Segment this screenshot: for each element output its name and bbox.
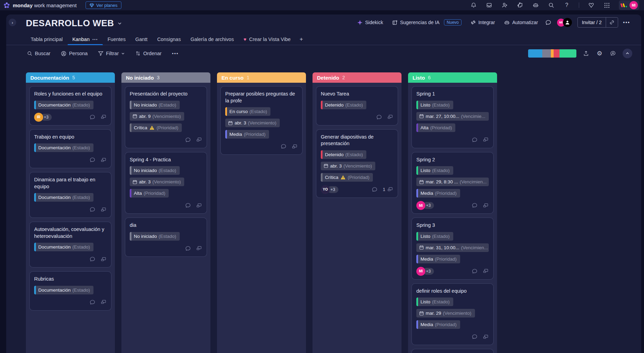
- settings-gear-icon[interactable]: ⚙: [596, 50, 603, 57]
- integrate-button[interactable]: Integrar: [470, 20, 495, 25]
- kanban-card[interactable]: Recolección de fuentes: [412, 349, 494, 353]
- column-header[interactable]: No iniciado3: [121, 72, 210, 83]
- column-header[interactable]: En curso1: [217, 72, 306, 83]
- notifications-bell-icon[interactable]: [470, 2, 477, 9]
- label-chip[interactable]: Media(Prioridad): [225, 130, 269, 139]
- tab-galeria-archivos[interactable]: Galería de archivos: [186, 34, 239, 45]
- item-card-icon[interactable]: [483, 334, 489, 340]
- column-header[interactable]: Documentación5: [26, 72, 115, 83]
- comment-icon[interactable]: [185, 137, 191, 143]
- feedback-message-heart-icon[interactable]: [609, 50, 617, 57]
- board-more-menu-icon[interactable]: •••: [623, 20, 630, 25]
- item-card-icon[interactable]: [483, 137, 489, 143]
- member-avatar-guest[interactable]: [563, 18, 572, 27]
- label-chip[interactable]: Listo(Estado): [416, 297, 453, 306]
- monday-logo[interactable]: monday work management: [3, 2, 77, 9]
- kanban-card[interactable]: Spring 1Listo(Estado)mar. 27, 10:00...(V…: [412, 86, 494, 148]
- apps-marketplace-icon[interactable]: [517, 2, 524, 9]
- item-card-icon[interactable]: [101, 256, 107, 262]
- item-card-icon[interactable]: [292, 144, 298, 150]
- due-date-chip[interactable]: mar. 27, 10:00...(Vencimie...: [416, 112, 489, 121]
- assistant-robot-icon[interactable]: [532, 2, 539, 9]
- vibe-heart-icon[interactable]: [588, 2, 595, 9]
- item-card-icon[interactable]: [196, 245, 202, 251]
- kanban-card[interactable]: definir roles del equipoListo(Estado)mar…: [412, 283, 494, 345]
- board-title[interactable]: DESARROLLO WEB: [26, 18, 114, 29]
- member-avatars[interactable]: MI: [557, 18, 572, 27]
- label-chip[interactable]: No iniciado(Estado): [130, 232, 180, 241]
- comment-icon[interactable]: [89, 114, 96, 120]
- chevron-down-icon[interactable]: [117, 21, 122, 26]
- label-chip[interactable]: Media(Prioridad): [416, 189, 460, 198]
- comment-icon[interactable]: [89, 157, 96, 163]
- invite-members-icon[interactable]: [501, 2, 508, 9]
- label-chip[interactable]: Listo(Estado): [416, 232, 453, 241]
- label-chip[interactable]: Documentación(Estado): [34, 193, 93, 202]
- label-chip[interactable]: Media(Prioridad): [416, 320, 460, 329]
- tab-kanban[interactable]: Kanban •••: [68, 34, 103, 45]
- due-date-chip[interactable]: abr. 3(Vencimiento): [321, 162, 375, 170]
- toolbar-more-icon[interactable]: •••: [172, 51, 179, 56]
- kanban-card[interactable]: Spring 2Listo(Estado)mar. 29, 8:30 ...(V…: [412, 152, 494, 214]
- item-card-icon[interactable]: [101, 299, 107, 305]
- due-date-chip[interactable]: mar. 31, 10:00...(Vencimien...: [416, 243, 489, 252]
- item-card-icon[interactable]: [196, 203, 202, 209]
- add-view-button[interactable]: +: [296, 34, 307, 45]
- comment-icon[interactable]: [280, 143, 287, 150]
- comment-icon[interactable]: [472, 137, 478, 143]
- due-date-chip[interactable]: mar. 29(Vencimiento): [416, 309, 475, 317]
- label-chip[interactable]: Documentación(Estado): [34, 286, 93, 294]
- kanban-card[interactable]: Autoevaluación, coevaluación y heteroeva…: [29, 222, 111, 268]
- comment-icon[interactable]: [89, 299, 96, 305]
- comment-icon[interactable]: [185, 245, 191, 252]
- kanban-card[interactable]: Preparar posibles preguntas de la profeE…: [220, 86, 303, 155]
- item-card-icon[interactable]: [387, 114, 393, 120]
- invite-button[interactable]: Invitar / 2: [578, 18, 606, 27]
- label-chip[interactable]: En curso(Estado): [225, 107, 270, 116]
- label-chip[interactable]: Listo(Estado): [416, 101, 453, 109]
- help-icon[interactable]: ?: [563, 2, 570, 9]
- label-chip[interactable]: No iniciado(Estado): [130, 101, 180, 109]
- kanban-card[interactable]: Spring 4 - PracticaNo iniciado(Estado)ab…: [125, 152, 207, 214]
- ver-planes-button[interactable]: Ver planes: [86, 1, 121, 9]
- assignee-avatar[interactable]: MI: [416, 201, 425, 210]
- comment-icon[interactable]: [472, 334, 478, 340]
- label-chip[interactable]: Documentación(Estado): [34, 143, 93, 152]
- collapse-header-button[interactable]: [623, 49, 632, 58]
- ai-suggestions-button[interactable]: Sugerencias de IA Nuevo: [392, 19, 462, 26]
- label-chip[interactable]: Detenido(Estado): [321, 150, 366, 159]
- search-button[interactable]: Buscar: [27, 51, 50, 56]
- kanban-card[interactable]: Trabajo en equipoDocumentación(Estado): [29, 129, 111, 169]
- filter-button[interactable]: Filtrar: [98, 51, 125, 56]
- assignee-avatar[interactable]: IR: [34, 113, 43, 122]
- item-card-icon[interactable]: [196, 137, 202, 143]
- apps-grid-icon[interactable]: [603, 2, 610, 9]
- label-chip[interactable]: Crítica(Prioridad): [130, 123, 182, 132]
- comment-icon[interactable]: [472, 202, 478, 209]
- column-header[interactable]: Listo6: [408, 72, 497, 83]
- label-chip[interactable]: Listo(Estado): [416, 166, 453, 175]
- kanban-card[interactable]: Dinamica para el trabajo en equipoDocume…: [29, 172, 111, 218]
- label-chip[interactable]: Media(Prioridad): [416, 255, 460, 263]
- comment-icon[interactable]: [376, 114, 382, 120]
- label-chip[interactable]: Alta(Prioridad): [416, 123, 455, 132]
- due-date-chip[interactable]: abr. 3(Vencimiento): [130, 178, 184, 186]
- item-card-icon[interactable]: [101, 207, 107, 213]
- sort-button[interactable]: Ordenar: [135, 51, 161, 56]
- person-filter-button[interactable]: Persona: [61, 51, 88, 57]
- sidekick-button[interactable]: Sidekick: [357, 20, 383, 26]
- kanban-card[interactable]: Nuevo TareaDetenido(Estado): [316, 86, 398, 125]
- due-date-chip[interactable]: abr. 3(Vencimiento): [225, 119, 280, 127]
- tab-tabla-principal[interactable]: Tabla principal: [26, 34, 68, 45]
- automate-button[interactable]: Automatizar: [504, 20, 538, 26]
- comment-icon[interactable]: [371, 186, 378, 193]
- kanban-card[interactable]: Spring 3Listo(Estado)mar. 31, 10:00...(V…: [412, 218, 494, 280]
- label-chip[interactable]: Documentación(Estado): [34, 101, 93, 109]
- item-card-icon[interactable]: [101, 157, 107, 163]
- tab-options-icon[interactable]: •••: [92, 37, 98, 41]
- kanban-card[interactable]: RubricasDocumentación(Estado): [29, 271, 111, 311]
- expand-sidebar-button[interactable]: ›: [9, 19, 16, 26]
- export-icon[interactable]: [582, 50, 590, 57]
- label-chip[interactable]: Alta(Prioridad): [130, 189, 169, 198]
- tab-consignas[interactable]: Consignas: [152, 34, 186, 45]
